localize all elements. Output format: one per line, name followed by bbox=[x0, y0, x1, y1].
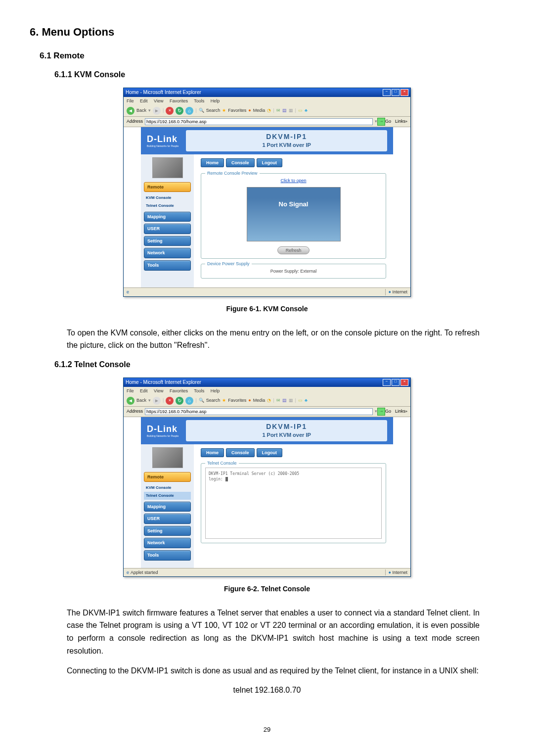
back-icon[interactable]: ◄ bbox=[127, 107, 134, 115]
search-icon-2[interactable]: 🔍 bbox=[199, 397, 204, 404]
print-icon[interactable]: ▤ bbox=[282, 107, 287, 114]
sidebar-item-telnet-console-2[interactable]: Telnet Console bbox=[144, 492, 191, 499]
minimize-button-2[interactable]: − bbox=[383, 379, 391, 386]
menu-view[interactable]: View bbox=[154, 98, 163, 103]
stop-icon-2[interactable]: × bbox=[166, 397, 174, 405]
back-label[interactable]: Back bbox=[136, 107, 146, 114]
sidebar-cat-user-2[interactable]: USER bbox=[144, 514, 191, 524]
edit-icon[interactable]: ▦ bbox=[289, 107, 293, 114]
menu-favorites-2[interactable]: Favorites bbox=[170, 388, 188, 393]
search-icon[interactable]: 🔍 bbox=[199, 107, 204, 114]
click-to-open-link[interactable]: Click to open bbox=[205, 178, 382, 184]
home-icon-2[interactable]: ⌂ bbox=[185, 397, 193, 405]
dlink-tagline-2: Building Networks for People bbox=[147, 434, 178, 438]
menu-help-2[interactable]: Help bbox=[211, 388, 220, 393]
sidebar-cat-mapping-2[interactable]: Mapping bbox=[144, 502, 191, 512]
product-name-2: DKVM-IP1 bbox=[188, 422, 385, 432]
sidebar-cat-mapping[interactable]: Mapping bbox=[144, 212, 191, 222]
close-button[interactable]: × bbox=[400, 89, 408, 96]
messenger-icon[interactable]: ♣ bbox=[305, 107, 308, 114]
sidebar-cat-remote-2[interactable]: Remote bbox=[144, 472, 191, 482]
power-legend: Device Power Supply bbox=[205, 261, 252, 267]
menu-edit-2[interactable]: Edit bbox=[140, 388, 148, 393]
address-input-2[interactable] bbox=[145, 408, 373, 415]
ie-titlebar-2[interactable]: Home - Microsoft Internet Explorer − □ × bbox=[124, 378, 410, 387]
refresh-icon-2[interactable]: ↻ bbox=[176, 397, 183, 405]
sidebar-item-telnet-console[interactable]: Telnet Console bbox=[144, 202, 191, 209]
stop-icon[interactable]: × bbox=[166, 107, 174, 115]
search-label-2[interactable]: Search bbox=[206, 397, 221, 404]
history-icon[interactable]: ◔ bbox=[267, 107, 271, 114]
sidebar-cat-remote[interactable]: Remote bbox=[144, 182, 191, 192]
ie-toolbar: ◄ Back ▾ ► | × ↻ ⌂ | 🔍 Search ★ Favorite… bbox=[124, 105, 410, 117]
media-icon-2[interactable]: ● bbox=[248, 397, 251, 404]
tab-logout[interactable]: Logout bbox=[257, 158, 283, 168]
go-label-2: Go bbox=[385, 408, 391, 415]
tab-console[interactable]: Console bbox=[226, 158, 255, 168]
tab-home[interactable]: Home bbox=[201, 158, 224, 168]
product-subtitle: 1 Port KVM over IP bbox=[188, 142, 385, 149]
messenger-icon-2[interactable]: ♣ bbox=[305, 397, 308, 404]
forward-icon-2[interactable]: ► bbox=[153, 397, 161, 405]
favorites-icon-2[interactable]: ★ bbox=[222, 397, 226, 404]
media-label[interactable]: Media bbox=[253, 107, 266, 114]
sidebar-cat-tools-2[interactable]: Tools bbox=[144, 550, 191, 561]
home-icon[interactable]: ⌂ bbox=[185, 107, 193, 115]
go-button-2[interactable]: → bbox=[377, 408, 385, 416]
discuss-icon-2[interactable]: ▭ bbox=[298, 397, 303, 404]
dlink-logo: D-Link bbox=[147, 134, 178, 144]
sidebar-cat-setting[interactable]: Setting bbox=[144, 236, 191, 246]
links-label-2[interactable]: Links bbox=[395, 408, 405, 415]
sidebar-item-kvm-console-2[interactable]: KVM Console bbox=[144, 484, 191, 491]
menu-file-2[interactable]: File bbox=[127, 388, 134, 393]
favorites-label-2[interactable]: Favorites bbox=[228, 397, 246, 404]
print-icon-2[interactable]: ▤ bbox=[282, 397, 287, 404]
media-label-2[interactable]: Media bbox=[253, 397, 266, 404]
ie-window-2: Home - Microsoft Internet Explorer − □ ×… bbox=[123, 378, 411, 577]
media-icon[interactable]: ● bbox=[248, 107, 251, 114]
back-label-2[interactable]: Back bbox=[136, 397, 146, 404]
menu-file[interactable]: File bbox=[127, 98, 134, 103]
search-label[interactable]: Search bbox=[206, 107, 221, 114]
tab-logout-2[interactable]: Logout bbox=[257, 448, 283, 458]
edit-icon-2[interactable]: ▦ bbox=[289, 397, 293, 404]
menu-favorites[interactable]: Favorites bbox=[170, 98, 188, 103]
favorites-label[interactable]: Favorites bbox=[228, 107, 246, 114]
sidebar-cat-network[interactable]: Network bbox=[144, 248, 191, 258]
telnet-terminal[interactable]: DKVM-IP1 Terminal Server (c) 2000-2005 l… bbox=[205, 468, 382, 539]
menu-view-2[interactable]: View bbox=[154, 388, 163, 393]
favorites-icon[interactable]: ★ bbox=[222, 107, 226, 114]
menu-edit[interactable]: Edit bbox=[140, 98, 148, 103]
ie-titlebar[interactable]: Home - Microsoft Internet Explorer − □ × bbox=[124, 88, 410, 97]
sidebar-item-kvm-console[interactable]: KVM Console bbox=[144, 194, 191, 201]
tab-console-2[interactable]: Console bbox=[226, 448, 255, 458]
menu-help[interactable]: Help bbox=[211, 98, 220, 103]
back-icon-2[interactable]: ◄ bbox=[127, 397, 134, 405]
ie-window: Home - Microsoft Internet Explorer − □ ×… bbox=[123, 88, 411, 297]
menu-tools[interactable]: Tools bbox=[194, 98, 204, 103]
maximize-button-2[interactable]: □ bbox=[392, 379, 400, 386]
remote-console-preview-box: Remote Console Preview Click to open No … bbox=[201, 173, 386, 259]
close-button-2[interactable]: × bbox=[400, 379, 408, 386]
console-preview[interactable]: No Signal bbox=[247, 187, 341, 241]
sidebar-cat-network-2[interactable]: Network bbox=[144, 538, 191, 548]
maximize-button[interactable]: □ bbox=[392, 89, 400, 96]
discuss-icon[interactable]: ▭ bbox=[298, 107, 303, 114]
address-input[interactable] bbox=[145, 118, 373, 125]
tab-home-2[interactable]: Home bbox=[201, 448, 224, 458]
sidebar-cat-user[interactable]: USER bbox=[144, 224, 191, 234]
sidebar-cat-tools[interactable]: Tools bbox=[144, 260, 191, 271]
history-icon-2[interactable]: ◔ bbox=[267, 397, 271, 404]
status-zone-label: Internet bbox=[392, 289, 407, 294]
menu-tools-2[interactable]: Tools bbox=[194, 388, 204, 393]
go-button[interactable]: → bbox=[377, 118, 385, 126]
forward-icon[interactable]: ► bbox=[153, 107, 161, 115]
minimize-button[interactable]: − bbox=[383, 89, 391, 96]
links-label[interactable]: Links bbox=[395, 118, 405, 125]
mail-icon[interactable]: ✉ bbox=[276, 107, 280, 114]
refresh-icon[interactable]: ↻ bbox=[176, 107, 183, 115]
refresh-button[interactable]: Refresh bbox=[277, 246, 310, 254]
mail-icon-2[interactable]: ✉ bbox=[276, 397, 280, 404]
product-name: DKVM-IP1 bbox=[188, 132, 385, 142]
sidebar-cat-setting-2[interactable]: Setting bbox=[144, 526, 191, 536]
